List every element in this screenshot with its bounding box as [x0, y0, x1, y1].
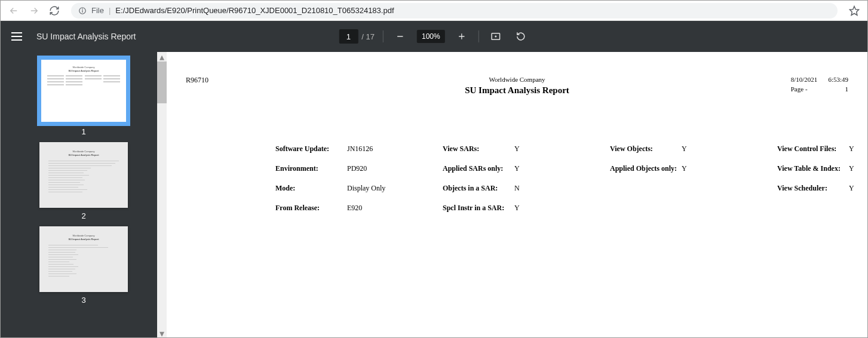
scroll-down-icon[interactable]: ▾ — [157, 328, 167, 338]
zoom-level[interactable]: 100% — [417, 30, 445, 43]
url-separator: | — [109, 6, 111, 15]
back-button[interactable] — [5, 2, 22, 19]
param-label: Mode: — [275, 184, 347, 193]
reload-button[interactable] — [46, 2, 63, 19]
pdf-viewer: SU Impact Analysis Report / 17 100% — [1, 21, 867, 338]
thumbnail-page-2[interactable]: Worldwide CompanySU Impact Analysis Repo… — [39, 142, 128, 208]
header-right: 8/10/2021 6:53:49 Page - 1 — [791, 76, 848, 95]
page-total: / 17 — [361, 32, 375, 41]
scrollbar-thumb[interactable] — [157, 62, 167, 103]
param-col-1: Software Update:JN16126 Environment:PD92… — [275, 145, 401, 213]
param-label: Applied SARs only: — [443, 164, 514, 173]
url-text: E:/JDEdwards/E920/PrintQueue/R96710_XJDE… — [115, 6, 394, 15]
thumbnail-number: 2 — [81, 211, 85, 220]
bookmark-button[interactable] — [846, 2, 863, 19]
zoom-in-button[interactable] — [453, 28, 470, 45]
pdf-page: R96710 Worldwide Company SU Impact Analy… — [167, 52, 867, 338]
report-title: SU Impact Analysis Report — [465, 85, 569, 96]
param-label: Environment: — [275, 164, 347, 173]
page-number: 1 — [845, 85, 849, 93]
thumbnail-page-1[interactable]: Worldwide CompanySU Impact Analysis Repo… — [39, 58, 128, 124]
page-controls: / 17 — [339, 29, 375, 44]
toolbar-center: / 17 100% — [339, 28, 529, 45]
thumbnail-number: 1 — [81, 127, 85, 136]
url-bar[interactable]: File | E:/JDEdwards/E920/PrintQueue/R967… — [71, 3, 838, 19]
thumbnail-item[interactable]: Worldwide CompanySU Impact Analysis Repo… — [39, 142, 128, 220]
document-area[interactable]: R96710 Worldwide Company SU Impact Analy… — [167, 52, 867, 338]
scroll-up-icon[interactable]: ▴ — [157, 52, 167, 62]
parameter-grid: Software Update:JN16126 Environment:PD92… — [275, 145, 848, 213]
toolbar-separator — [383, 30, 384, 42]
page-number-input[interactable] — [339, 29, 358, 44]
param-label: From Release: — [275, 204, 347, 213]
rotate-button[interactable] — [513, 28, 529, 45]
param-value: Y — [514, 145, 568, 153]
thumbnail-number: 3 — [81, 296, 85, 305]
thumbnail-list: Worldwide CompanySU Impact Analysis Repo… — [1, 52, 167, 311]
document-header: R96710 Worldwide Company SU Impact Analy… — [186, 76, 848, 85]
thumbnail-scrollbar[interactable]: ▴ ▾ — [157, 52, 167, 338]
param-value: Y — [514, 164, 568, 173]
param-label: Spcl Instr in a SAR: — [443, 204, 514, 213]
report-id: R96710 — [186, 76, 208, 85]
param-label: Software Update: — [275, 145, 347, 153]
param-label: View Control Files: — [777, 145, 849, 153]
param-value: Y — [514, 204, 568, 213]
report-time: 6:53:49 — [828, 76, 848, 83]
fit-page-button[interactable] — [487, 28, 504, 45]
pdf-toolbar: SU Impact Analysis Report / 17 100% — [1, 21, 867, 52]
zoom-out-button[interactable] — [392, 28, 409, 45]
param-value: PD920 — [347, 164, 401, 173]
url-scheme-label: File — [91, 6, 104, 15]
param-value: N — [514, 184, 568, 193]
param-label: View Objects: — [610, 145, 682, 153]
param-label: View Table & Index: — [777, 164, 849, 173]
menu-button[interactable] — [11, 29, 26, 44]
param-label: View SARs: — [443, 145, 514, 153]
param-value: Y — [682, 145, 735, 153]
browser-bar: File | E:/JDEdwards/E920/PrintQueue/R967… — [1, 1, 867, 21]
thumbnail-item[interactable]: Worldwide CompanySU Impact Analysis Repo… — [39, 226, 128, 305]
report-date: 8/10/2021 — [791, 76, 818, 83]
info-icon — [78, 7, 87, 15]
param-value: Y — [682, 164, 735, 173]
param-value: Y — [849, 164, 867, 173]
param-value: Y — [849, 145, 867, 153]
svg-marker-3 — [850, 6, 859, 15]
param-col-4: View Control Files:Y View Table & Index:… — [777, 145, 867, 213]
param-label: Objects in a SAR: — [443, 184, 514, 193]
thumbnail-item[interactable]: Worldwide CompanySU Impact Analysis Repo… — [39, 58, 128, 136]
viewer-body: Worldwide CompanySU Impact Analysis Repo… — [1, 52, 867, 338]
thumbnail-panel: Worldwide CompanySU Impact Analysis Repo… — [1, 52, 167, 338]
param-col-3: View Objects:Y Applied Objects only:Y — [610, 145, 735, 213]
param-value: E920 — [347, 204, 401, 213]
page-label: Page - — [791, 85, 808, 93]
param-label: View Scheduler: — [777, 184, 849, 193]
company-name: Worldwide Company — [465, 76, 569, 83]
param-value: JN16126 — [347, 145, 401, 153]
param-value: Display Only — [347, 184, 401, 193]
thumbnail-page-3[interactable]: Worldwide CompanySU Impact Analysis Repo… — [39, 226, 128, 292]
forward-button[interactable] — [26, 2, 42, 19]
param-col-2: View SARs:Y Applied SARs only:Y Objects … — [443, 145, 568, 213]
toolbar-separator — [479, 30, 479, 42]
param-value: Y — [849, 184, 867, 193]
document-title: SU Impact Analysis Report — [36, 32, 136, 41]
svg-point-2 — [82, 8, 83, 9]
param-label: Applied Objects only: — [610, 164, 682, 173]
